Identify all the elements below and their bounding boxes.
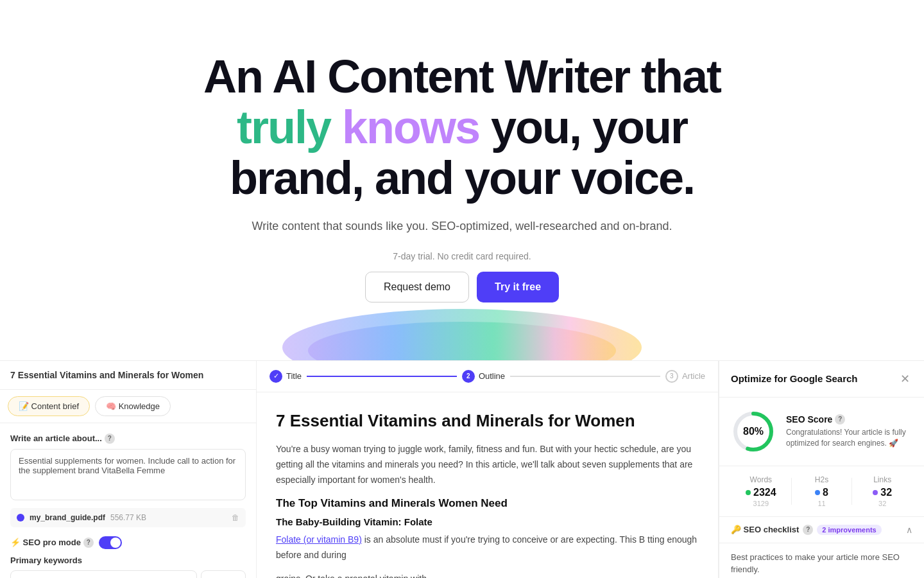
links-dot bbox=[873, 490, 878, 495]
article-h2-1: The Top Vitamins and Minerals Women Need bbox=[276, 497, 699, 510]
hero-section: An AI Content Writer that truly knows yo… bbox=[0, 0, 924, 367]
seo-score-section: 80% SEO Score ? Congratulations! Your ar… bbox=[719, 398, 924, 466]
write-about-textarea[interactable]: Essential supplements for women. Include… bbox=[10, 449, 246, 500]
seo-checklist-body: Best practices to make your article more… bbox=[719, 543, 924, 578]
step-article: 3 Article bbox=[665, 370, 705, 383]
step-title-check: ✓ bbox=[270, 370, 282, 383]
step-article-label: Article bbox=[682, 371, 705, 381]
left-panel: 7 Essential Vitamins and Minerals for Wo… bbox=[0, 361, 257, 578]
article-body: 7 Essential Vitamins and Minerals for Wo… bbox=[257, 392, 718, 578]
seo-score-title: SEO Score ? bbox=[786, 414, 912, 425]
primary-keywords-label: Primary keywords bbox=[10, 556, 246, 565]
ui-section: 7 Essential Vitamins and Minerals for Wo… bbox=[0, 360, 924, 578]
step-title-label: Title bbox=[286, 371, 302, 381]
links-value: 32 bbox=[852, 487, 912, 498]
file-icon bbox=[17, 514, 24, 521]
article-title-bar: 7 Essential Vitamins and Minerals for Wo… bbox=[0, 361, 256, 390]
file-attachment: my_brand_guide.pdf 556.77 KB 🗑 bbox=[10, 508, 246, 527]
article-intro: You're a busy woman trying to juggle wor… bbox=[276, 442, 699, 487]
country-select[interactable]: US ▼ bbox=[201, 570, 246, 578]
seo-pro-label: ⚡ SEO pro mode ? bbox=[10, 538, 94, 548]
country-chevron-icon: ▼ bbox=[223, 576, 232, 578]
write-about-help-icon[interactable]: ? bbox=[105, 434, 115, 444]
step-outline: 2 Outline bbox=[462, 370, 505, 383]
tab-knowledge[interactable]: 🧠 Knowledge bbox=[95, 396, 171, 416]
checklist-help-icon[interactable]: ? bbox=[803, 525, 813, 535]
delete-file-button[interactable]: 🗑 bbox=[232, 513, 239, 522]
seo-stat-words: Words 2324 3129 bbox=[731, 475, 791, 507]
h2s-dot bbox=[815, 490, 820, 495]
donut-label: 80% bbox=[743, 426, 764, 437]
seo-pro-row: ⚡ SEO pro mode ? bbox=[10, 536, 246, 549]
words-value: 2324 bbox=[731, 487, 791, 498]
step-article-circle: 3 bbox=[665, 370, 678, 383]
folate-link[interactable]: Folate (or vitamin B9) bbox=[276, 534, 362, 545]
progress-bar: ✓ Title 2 Outline 3 Article bbox=[257, 361, 718, 392]
step-title: ✓ Title bbox=[270, 370, 302, 383]
seo-score-help-icon[interactable]: ? bbox=[835, 414, 845, 425]
article-grains-text: grains. Or take a prenatal vitamin with bbox=[276, 572, 699, 578]
file-size: 556.77 KB bbox=[110, 513, 146, 522]
trial-text: 7-day trial. No credit card required. bbox=[13, 251, 911, 261]
seo-panel-header: Optimize for Google Search ✕ bbox=[719, 361, 924, 398]
file-name: my_brand_guide.pdf bbox=[30, 513, 105, 522]
step-outline-label: Outline bbox=[479, 371, 505, 381]
links-target: 32 bbox=[852, 500, 912, 507]
seo-pro-toggle[interactable] bbox=[99, 536, 122, 549]
seo-stats-row: Words 2324 3129 H2s 8 11 Links bbox=[719, 466, 924, 517]
hero-title-highlight2: knows bbox=[342, 101, 479, 153]
wave-decoration bbox=[13, 296, 911, 367]
keywords-input-row: US ▼ bbox=[10, 570, 246, 578]
hero-title-highlight1: truly bbox=[237, 101, 330, 153]
write-about-label: Write an article about... ? bbox=[10, 434, 246, 444]
step-line-2 bbox=[510, 376, 660, 377]
words-dot bbox=[746, 490, 751, 495]
links-label: Links bbox=[852, 475, 912, 484]
seo-score-description: Congratulations! Your article is fully o… bbox=[786, 427, 912, 449]
words-target: 3129 bbox=[731, 500, 791, 507]
hero-title-part1: An AI Content Writer that bbox=[203, 51, 721, 102]
hero-title: An AI Content Writer that truly knows yo… bbox=[173, 51, 751, 204]
seo-score-text: SEO Score ? Congratulations! Your articl… bbox=[786, 414, 912, 449]
keywords-input[interactable] bbox=[10, 570, 197, 578]
seo-pro-help-icon[interactable]: ? bbox=[83, 538, 94, 548]
improvements-badge: 2 improvements bbox=[817, 525, 881, 535]
tab-content-brief[interactable]: 📝 Content brief bbox=[8, 396, 90, 416]
article-folate-text: Folate (or vitamin B9) is an absolute mu… bbox=[276, 532, 699, 563]
right-panel: Optimize for Google Search ✕ 80% SEO Sco… bbox=[719, 361, 924, 578]
words-label: Words bbox=[731, 475, 791, 484]
h2s-value: 8 bbox=[792, 487, 852, 498]
wave-svg bbox=[270, 296, 654, 360]
seo-checklist-title: 🔑 SEO checklist ? 2 improvements bbox=[731, 525, 882, 535]
seo-stat-h2s: H2s 8 11 bbox=[792, 475, 852, 507]
checklist-description: Best practices to make your article more… bbox=[731, 551, 912, 576]
checklist-toggle-button[interactable]: ∧ bbox=[906, 525, 912, 535]
seo-stat-links: Links 32 32 bbox=[852, 475, 912, 507]
article-h3-1: The Baby-Building Vitamin: Folate bbox=[276, 516, 699, 527]
seo-panel-title: Optimize for Google Search bbox=[731, 373, 858, 384]
h2s-label: H2s bbox=[792, 475, 852, 484]
h2s-target: 11 bbox=[792, 500, 852, 507]
left-panel-body: Write an article about... ? Essential su… bbox=[0, 423, 256, 578]
seo-checklist-header: 🔑 SEO checklist ? 2 improvements ∧ bbox=[719, 517, 924, 543]
tabs-row: 📝 Content brief 🧠 Knowledge bbox=[0, 390, 256, 423]
article-title: 7 Essential Vitamins and Minerals for Wo… bbox=[276, 410, 699, 432]
seo-donut-chart: 80% bbox=[731, 409, 776, 454]
step-line-1 bbox=[307, 376, 457, 377]
hero-subtitle: Write content that sounds like you. SEO-… bbox=[13, 220, 911, 233]
close-seo-panel-button[interactable]: ✕ bbox=[897, 371, 912, 387]
middle-panel: ✓ Title 2 Outline 3 Article 7 Essential … bbox=[257, 361, 719, 578]
step-outline-circle: 2 bbox=[462, 370, 475, 383]
